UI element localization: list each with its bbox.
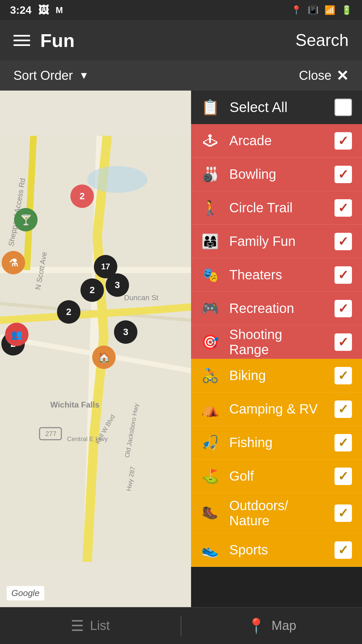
camping-rv-label: Camping & RV (229, 401, 324, 417)
header-left: Fun (13, 30, 75, 51)
theaters-icon: 🎭 (201, 267, 219, 283)
arcade-icon: 🕹 (201, 133, 219, 149)
status-photo-icon: 🖼 (38, 4, 49, 16)
golf-icon: ⛳ (201, 468, 219, 484)
biking-icon: 🚴 (201, 367, 219, 384)
status-left: 3:24 🖼 M (10, 4, 63, 16)
biking-label: Biking (229, 368, 324, 383)
category-row-sports[interactable]: 👟 Sports ✓ (191, 533, 362, 567)
sort-order-label: Sort Order (13, 68, 73, 83)
wifi-icon: 📶 (324, 5, 335, 15)
sort-bar: Sort Order ▼ Close ✕ (0, 60, 362, 91)
arcade-label: Arcade (229, 133, 324, 148)
app-title: Fun (40, 30, 75, 51)
status-bar: 3:24 🖼 M 📍 📳 📶 🔋 (0, 0, 362, 20)
fishing-checkbox[interactable]: ✓ (335, 434, 352, 451)
category-row-fishing[interactable]: 🎣 Fishing ✓ (191, 426, 362, 460)
bowling-checkbox[interactable]: ✓ (335, 166, 352, 183)
location-icon: 📍 (291, 5, 302, 15)
arcade-checkbox[interactable]: ✓ (335, 132, 352, 150)
golf-checkbox[interactable]: ✓ (335, 468, 352, 485)
outdoors-nature-checkbox[interactable]: ✓ (335, 504, 352, 522)
list-nav-item[interactable]: ☰ List (0, 607, 181, 644)
category-row-circle-trail[interactable]: 🚶 Circle Trail ✓ (191, 191, 362, 225)
map-marker-orange-home[interactable]: 🏠 (92, 345, 116, 369)
map-marker-pink-people[interactable]: 👥 (5, 323, 28, 346)
shooting-range-label: Shooting Range (229, 327, 324, 357)
map-marker-red-2[interactable]: 2 (70, 184, 94, 208)
list-icon: ☰ (71, 617, 84, 634)
select-all-row[interactable]: 📋 Select All (191, 91, 362, 124)
map-nav-item[interactable]: 📍 Map (181, 607, 362, 644)
family-fun-label: Family Fun (229, 234, 324, 249)
recreation-icon: 🎮 (201, 300, 219, 317)
sports-checkbox[interactable]: ✓ (335, 541, 352, 559)
close-button[interactable]: Close ✕ (299, 67, 349, 84)
golf-label: Golf (229, 469, 324, 484)
circle-trail-checkbox[interactable]: ✓ (335, 199, 352, 217)
map-marker-black-3a[interactable]: 3 (106, 273, 129, 297)
outdoors-nature-label: Outdoors/Nature (229, 498, 324, 528)
vibrate-icon: 📳 (308, 5, 318, 15)
map-nav-label: Map (272, 619, 296, 633)
category-row-shooting-range[interactable]: 🎯 Shooting Range ✓ (191, 325, 362, 359)
category-row-recreation[interactable]: 🎮 Recreation ✓ (191, 292, 362, 325)
svg-point-6 (87, 166, 147, 193)
category-row-outdoors-nature[interactable]: 🥾 Outdoors/Nature ✓ (191, 493, 362, 533)
theaters-label: Theaters (229, 267, 324, 282)
outdoors-nature-icon: 🥾 (201, 505, 219, 521)
biking-checkbox[interactable]: ✓ (335, 367, 352, 384)
google-logo: Google (7, 586, 44, 600)
select-all-checkbox[interactable] (335, 99, 352, 116)
menu-button[interactable] (13, 35, 30, 46)
shooting-range-checkbox[interactable]: ✓ (335, 333, 352, 351)
app-header: Fun Search (0, 20, 362, 60)
category-row-arcade[interactable]: 🕹 Arcade ✓ (191, 124, 362, 158)
category-row-bowling[interactable]: 🎳 Bowling ✓ (191, 158, 362, 191)
shooting-range-icon: 🎯 (201, 334, 219, 350)
map-marker-orange-flask[interactable]: ⚗ (2, 251, 25, 274)
category-row-biking[interactable]: 🚴 Biking ✓ (191, 359, 362, 392)
select-all-icon: 📋 (201, 99, 220, 116)
recreation-label: Recreation (229, 301, 324, 316)
family-fun-icon: 👨‍👩‍👧 (201, 233, 219, 250)
close-label: Close (299, 68, 331, 83)
select-all-label: Select All (230, 99, 324, 115)
fishing-icon: 🎣 (201, 434, 219, 451)
status-time: 3:24 (10, 4, 32, 16)
circle-trail-icon: 🚶 (201, 200, 219, 216)
camping-rv-icon: ⛺ (201, 401, 219, 417)
svg-text:Duncan St: Duncan St (124, 293, 159, 302)
status-right: 📍 📳 📶 🔋 (291, 5, 352, 15)
status-email-icon: M (56, 5, 63, 15)
filter-panel: 📋 Select All 🕹 Arcade ✓ 🎳 Bowling ✓ 🚶 Ci… (191, 91, 362, 607)
map-marker-green-cocktail[interactable]: 🍸 (14, 208, 38, 231)
map-nav-icon: 📍 (247, 617, 265, 635)
bottom-nav: ☰ List 📍 Map (0, 607, 362, 644)
map-marker-black-2b[interactable]: 2 (57, 300, 80, 324)
svg-text:277: 277 (45, 430, 56, 437)
search-button[interactable]: Search (296, 31, 349, 50)
recreation-checkbox[interactable]: ✓ (335, 300, 352, 317)
battery-icon: 🔋 (341, 5, 352, 15)
map-marker-black-2a[interactable]: 2 (80, 278, 104, 302)
category-row-golf[interactable]: ⛳ Golf ✓ (191, 460, 362, 493)
close-x-icon: ✕ (336, 67, 349, 84)
sort-order-button[interactable]: Sort Order ▼ (13, 68, 89, 83)
main-area: Sheppard Access Rd N Scott Ave Duncan St… (0, 91, 362, 607)
bowling-label: Bowling (229, 167, 324, 182)
family-fun-checkbox[interactable]: ✓ (335, 233, 352, 250)
category-row-theaters[interactable]: 🎭 Theaters ✓ (191, 258, 362, 292)
map-area[interactable]: Sheppard Access Rd N Scott Ave Duncan St… (0, 91, 191, 607)
svg-text:Wichita Falls: Wichita Falls (50, 400, 99, 409)
camping-rv-checkbox[interactable]: ✓ (335, 400, 352, 418)
category-row-camping-rv[interactable]: ⛺ Camping & RV ✓ (191, 392, 362, 426)
fishing-label: Fishing (229, 435, 324, 450)
sports-icon: 👟 (201, 542, 219, 558)
sort-arrow-icon: ▼ (79, 70, 89, 81)
theaters-checkbox[interactable]: ✓ (335, 266, 352, 284)
bowling-icon: 🎳 (201, 166, 219, 182)
circle-trail-label: Circle Trail (229, 200, 324, 215)
map-marker-black-3b[interactable]: 3 (114, 320, 137, 344)
category-row-family-fun[interactable]: 👨‍👩‍👧 Family Fun ✓ (191, 225, 362, 258)
